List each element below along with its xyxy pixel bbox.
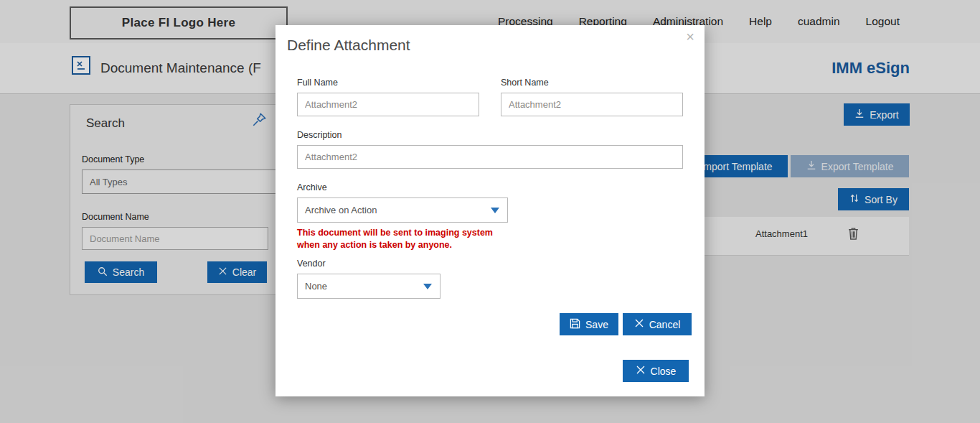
warning-line-2: when any action is taken by anyone. (297, 239, 493, 251)
cancel-x-icon (634, 318, 644, 330)
save-button-label: Save (585, 319, 608, 330)
warning-line-1: This document will be sent to imaging sy… (297, 227, 493, 239)
app-window: Place FI Logo Here Processing Reporting … (0, 0, 980, 423)
archive-value: Archive on Action (305, 205, 377, 215)
full-name-input[interactable] (297, 93, 479, 116)
cancel-button-label: Cancel (649, 319, 681, 330)
close-button-label: Close (651, 366, 677, 377)
description-input[interactable] (297, 145, 683, 169)
close-x-icon (636, 365, 646, 377)
cancel-button[interactable]: Cancel (623, 313, 692, 335)
archive-dropdown[interactable]: Archive on Action (297, 197, 508, 223)
caret-down-icon (491, 208, 499, 213)
close-button[interactable]: Close (623, 360, 689, 382)
dialog-title: Define Attachment (287, 37, 410, 54)
caret-down-icon (423, 284, 432, 289)
description-label: Description (297, 130, 342, 140)
vendor-label: Vendor (297, 259, 326, 269)
save-icon (570, 318, 580, 331)
vendor-value: None (305, 281, 327, 292)
close-icon[interactable]: × (686, 29, 694, 44)
short-name-input[interactable] (501, 93, 683, 116)
archive-warning-text: This document will be sent to imaging sy… (297, 227, 493, 251)
archive-label: Archive (297, 182, 327, 192)
short-name-label: Short Name (501, 78, 549, 88)
define-attachment-dialog: Define Attachment × Full Name Short Name… (275, 25, 705, 396)
vendor-dropdown[interactable]: None (297, 274, 440, 299)
full-name-label: Full Name (297, 78, 338, 88)
save-button[interactable]: Save (560, 313, 618, 335)
